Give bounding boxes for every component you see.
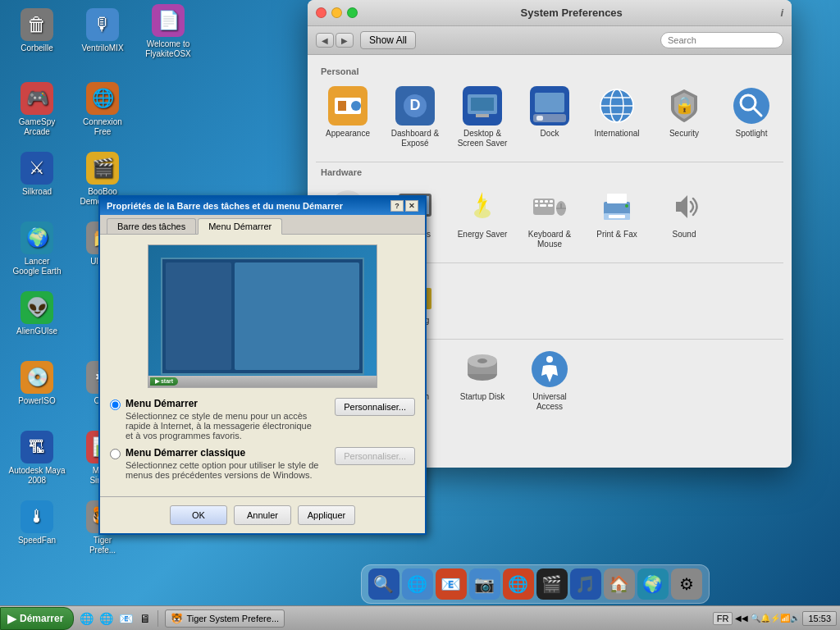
- svg-point-50: [625, 204, 628, 208]
- tab-menu[interactable]: Menu Démarrer: [198, 218, 282, 235]
- pref-dashboard[interactable]: D Dashboard & Exposé: [383, 81, 447, 153]
- dialog-tabs: Barre des tâches Menu Démarrer: [100, 215, 425, 235]
- pref-universal-access[interactable]: Universal Access: [518, 345, 582, 417]
- tb-icon-1[interactable]: 🌐: [77, 609, 95, 628]
- preview-start: ▶ start: [150, 376, 178, 387]
- help-button[interactable]: ?: [390, 200, 404, 212]
- preview-taskbar: [148, 376, 377, 387]
- start-button[interactable]: ▶ Démarrer: [0, 607, 74, 630]
- pref-security[interactable]: 🔒 Security: [652, 81, 716, 153]
- start-icon: ▶: [7, 612, 16, 625]
- svg-rect-14: [536, 116, 543, 121]
- forward-button[interactable]: ▶: [336, 33, 354, 48]
- preview-inner: [161, 258, 364, 375]
- desktop-icon-poweriso[interactable]: 💿 PowerISO: [8, 361, 66, 406]
- svg-rect-49: [609, 215, 625, 218]
- title-buttons: ? ✕: [390, 200, 418, 212]
- personal-grid: Appearance D Dashboard & Exposé Desktop …: [316, 81, 783, 153]
- section-personal: Personal: [321, 66, 783, 76]
- toolbar: ◀ ▶ Show All: [308, 26, 792, 55]
- show-all-button[interactable]: Show All: [360, 31, 416, 49]
- desktop-icon-lancer[interactable]: 🌍 LancerGoogle Earth: [8, 221, 66, 276]
- dock-icon-mail[interactable]: 📧: [436, 568, 467, 600]
- ok-button[interactable]: OK: [170, 505, 227, 525]
- tab-barre[interactable]: Barre des tâches: [107, 218, 196, 234]
- dock-icon-finder[interactable]: 🔍: [368, 568, 399, 600]
- radio-label-1: Menu Démarrer: [126, 398, 312, 409]
- search-input[interactable]: [660, 32, 783, 48]
- taskbar-task-tiger[interactable]: 🐯 Tiger System Prefere...: [165, 609, 285, 628]
- personaliser-button-1[interactable]: Personnaliser...: [335, 398, 415, 416]
- desktop-icon-autodesk[interactable]: 🏗 Autodesk Maya2008: [8, 431, 66, 486]
- desktop-icon-gamespy[interactable]: 🎮 GameSpyArcade: [8, 82, 66, 137]
- minimize-button[interactable]: [331, 7, 342, 18]
- taskbar-icons-right: ◀◀: [735, 614, 748, 623]
- svg-point-65: [546, 356, 553, 363]
- preview-start-btn: ▶ start: [150, 377, 178, 386]
- pref-print-fax[interactable]: Print & Fax: [585, 182, 649, 254]
- svg-rect-37: [540, 200, 543, 203]
- svg-text:D: D: [410, 97, 421, 113]
- desktop-icon-welcome[interactable]: 📄 Welcome toFlyakiteOSX: [139, 4, 197, 59]
- tb-icon-2[interactable]: 🌐: [97, 609, 115, 628]
- dock-icon-photo[interactable]: 📷: [469, 568, 500, 600]
- desktop-icon-speedfan[interactable]: 🌡 SpeedFan: [8, 500, 66, 546]
- desktop-icon-ventrilo[interactable]: 🎙 VentriloMIX: [74, 8, 131, 53]
- task-label: Tiger System Prefere...: [186, 614, 279, 623]
- pref-international[interactable]: International: [585, 81, 649, 153]
- taskbar-right: FR ◀◀ 🔍🔔⚡📶🔊 15:53: [713, 611, 840, 626]
- lang-indicator[interactable]: FR: [713, 612, 733, 625]
- windows-dialog: Propriétés de la Barre des tâches et du …: [98, 195, 427, 535]
- start-label: Démarrer: [20, 613, 63, 624]
- dock-icon-home[interactable]: 🏠: [604, 568, 635, 600]
- mac-dock: 🔍 🌐 📧 📷 🌐 🎬 🎵 🏠 🌍 ⚙: [230, 563, 840, 604]
- svg-rect-42: [548, 204, 553, 207]
- tb-icon-3[interactable]: 📧: [116, 609, 135, 628]
- radio-menu-classique[interactable]: [110, 449, 121, 459]
- window-title: System Preferences: [363, 7, 780, 19]
- dialog-close-button[interactable]: ✕: [405, 200, 418, 212]
- preview-sidebar: [166, 262, 231, 370]
- dock-icon-browser[interactable]: 🌐: [503, 568, 534, 600]
- clock[interactable]: 15:53: [802, 611, 837, 626]
- annuler-button[interactable]: Annuler: [234, 505, 291, 525]
- radio-menu-demarrer[interactable]: [110, 399, 121, 410]
- back-button[interactable]: ◀: [316, 33, 334, 48]
- pref-sound[interactable]: Sound: [652, 182, 716, 254]
- info-button[interactable]: i: [780, 7, 783, 19]
- pref-desktop[interactable]: Desktop & Screen Saver: [450, 81, 514, 153]
- personaliser-button-2[interactable]: Personnaliser...: [335, 447, 415, 465]
- dock-icon-music[interactable]: 🎵: [570, 568, 601, 600]
- desktop-icon-silkroad[interactable]: ⚔ Silkroad: [8, 152, 66, 197]
- pref-startup-disk[interactable]: Startup Disk: [450, 345, 514, 417]
- desktop: 🗑 Corbeille 🎙 VentriloMIX 📄 Welcome toFl…: [0, 0, 840, 630]
- dialog-titlebar: Propriétés de la Barre des tâches et du …: [100, 197, 425, 215]
- svg-rect-40: [535, 204, 538, 207]
- tb-icon-4[interactable]: 🖥: [136, 609, 154, 628]
- dock-icon-settings[interactable]: ⚙: [671, 568, 702, 600]
- close-button[interactable]: [316, 7, 326, 18]
- desktop-icon-alienguise[interactable]: 👽 AlienGUlse: [8, 291, 66, 336]
- pref-energy-saver[interactable]: Energy Saver: [450, 182, 514, 254]
- pref-dock[interactable]: Dock: [518, 81, 582, 153]
- svg-point-63: [477, 358, 487, 363]
- maximize-button[interactable]: [347, 7, 358, 18]
- svg-rect-47: [607, 194, 627, 203]
- pref-appearance[interactable]: Appearance: [316, 81, 380, 153]
- pref-keyboard-mouse[interactable]: Keyboard & Mouse: [518, 182, 582, 254]
- dock-icon-video[interactable]: 🎬: [536, 568, 568, 600]
- svg-rect-41: [540, 204, 546, 207]
- dialog-buttons: OK Annuler Appliquer: [100, 496, 425, 533]
- preview-main: [235, 262, 359, 370]
- svg-rect-36: [535, 200, 538, 203]
- svg-point-3: [351, 101, 361, 111]
- appliquer-button[interactable]: Appliquer: [298, 505, 355, 525]
- dialog-title: Propriétés de la Barre des tâches et du …: [107, 201, 343, 211]
- taskbar-tasks: 🐯 Tiger System Prefere...: [162, 609, 712, 628]
- dock-icon-earth[interactable]: 🌍: [637, 568, 669, 600]
- dock-icon-ie[interactable]: 🌐: [402, 568, 433, 600]
- pref-spotlight[interactable]: Spotlight: [719, 81, 783, 153]
- radio-row-1: Menu Démarrer Sélectionnez ce style de m…: [110, 398, 415, 441]
- desktop-icon-corbeille[interactable]: 🗑 Corbeille: [8, 8, 66, 53]
- desktop-icon-connexion[interactable]: 🌐 Connexion Free: [74, 82, 131, 137]
